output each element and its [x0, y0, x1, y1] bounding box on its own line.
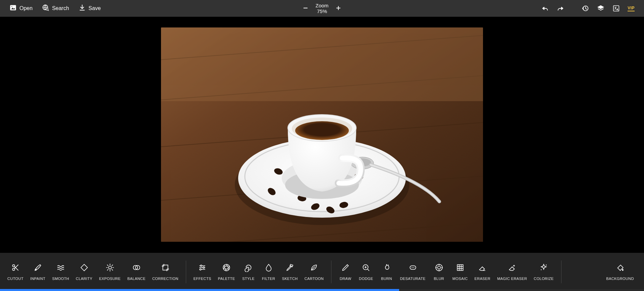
tool-blur[interactable]: BLUR	[429, 263, 449, 281]
search-button[interactable]: Search	[42, 4, 69, 13]
aperture-icon	[222, 263, 231, 273]
tool-label: DODGE	[359, 277, 373, 281]
tool-label: INPAINT	[30, 277, 45, 281]
canvas-area[interactable]	[0, 17, 644, 253]
svg-line-51	[112, 270, 112, 270]
topbar-right: VIP	[541, 4, 635, 12]
tool-label: CLARITY	[76, 277, 92, 281]
toolbar-divider	[561, 261, 561, 283]
bottom-toolbar: CUTOUTINPAINTSMOOTHCLARITYEXPOSUREBALANC…	[0, 253, 644, 291]
open-button[interactable]: Open	[9, 4, 33, 13]
tool-label: SMOOTH	[52, 277, 69, 281]
rounded-rect-icon	[409, 263, 417, 273]
tool-balance[interactable]: BALANCE	[124, 263, 149, 281]
tool-label: BACKGROUND	[606, 277, 634, 281]
svg-line-5	[48, 10, 49, 11]
topbar-left: Open Search Save	[9, 4, 101, 13]
tool-label: CORRECTION	[152, 277, 178, 281]
history-button[interactable]	[581, 4, 589, 12]
tool-desaturate[interactable]: DESATURATE	[396, 263, 429, 281]
overlap-icon	[132, 263, 141, 273]
svg-line-52	[107, 270, 108, 270]
svg-line-53	[112, 265, 112, 266]
svg-marker-44	[81, 264, 88, 271]
tool-label: COLORIZE	[534, 277, 553, 281]
translate-button[interactable]	[612, 4, 620, 12]
tool-label: BURN	[381, 277, 392, 281]
sliders-icon	[198, 263, 207, 273]
paint-bucket-icon	[616, 263, 625, 273]
tool-smooth[interactable]: SMOOTH	[49, 263, 72, 281]
tool-colorize[interactable]: COLORIZE	[530, 263, 557, 281]
tool-group-style: EFFECTSPALETTESTYLEFILTERSKETCHCARTOON	[190, 263, 327, 281]
zoom-label: Zoom	[316, 3, 328, 8]
tool-exposure[interactable]: EXPOSURE	[96, 263, 124, 281]
svg-point-90	[546, 265, 547, 266]
svg-line-41	[14, 267, 18, 271]
tool-effects[interactable]: EFFECTS	[190, 263, 215, 281]
zoom-display[interactable]: Zoom 75%	[316, 3, 328, 14]
layers-button[interactable]	[597, 4, 605, 12]
tool-mosaic[interactable]: MOSAIC	[449, 263, 471, 281]
leaf-icon	[310, 263, 318, 273]
tool-label: SKETCH	[282, 277, 298, 281]
svg-rect-84	[457, 265, 463, 270]
tool-label: CUTOUT	[7, 277, 23, 281]
tool-draw[interactable]: DRAW	[335, 263, 356, 281]
tool-dodge[interactable]: DODGE	[356, 263, 376, 281]
topbar: Open Search Save Zoom 75%	[0, 0, 644, 17]
tool-label: FILTER	[262, 277, 275, 281]
scissors-icon	[11, 263, 20, 273]
svg-point-77	[414, 267, 414, 268]
tool-label: ERASER	[475, 277, 491, 281]
download-icon	[78, 4, 86, 13]
svg-point-65	[203, 267, 204, 268]
redo-button[interactable]	[556, 4, 565, 12]
editor-image[interactable]	[161, 27, 483, 242]
flame-icon	[382, 263, 391, 273]
swirl-icon	[244, 263, 253, 273]
tool-burn[interactable]: BURN	[376, 263, 396, 281]
tool-background[interactable]: BACKGROUND	[603, 263, 637, 281]
svg-point-66	[200, 269, 201, 270]
zoom-value: 75%	[317, 8, 327, 14]
tool-style[interactable]: STYLE	[238, 263, 259, 281]
tool-palette[interactable]: PALETTE	[215, 263, 238, 281]
undo-button[interactable]	[541, 4, 549, 12]
svg-point-79	[437, 266, 440, 269]
search-label: Search	[52, 5, 69, 11]
svg-point-2	[11, 6, 12, 7]
target-icon	[435, 263, 443, 273]
tool-cutout[interactable]: CUTOUT	[4, 263, 27, 281]
svg-point-43	[35, 269, 37, 271]
tool-filter[interactable]: FILTER	[259, 263, 279, 281]
sun-icon	[106, 263, 114, 273]
tool-clarity[interactable]: CLARITY	[72, 263, 96, 281]
crop-frame-icon	[161, 263, 170, 273]
save-button[interactable]: Save	[78, 4, 101, 13]
svg-line-42	[14, 265, 18, 269]
vip-badge[interactable]: VIP	[628, 6, 635, 11]
sparkle-eraser-icon	[508, 263, 517, 273]
tool-group-background: BACKGROUND	[603, 263, 637, 281]
tool-label: EFFECTS	[194, 277, 211, 281]
tool-sketch[interactable]: SKETCH	[279, 263, 301, 281]
pencil-icon	[341, 263, 350, 273]
open-label: Open	[19, 5, 33, 11]
tool-cartoon[interactable]: CARTOON	[301, 263, 327, 281]
toolbar-divider	[331, 261, 331, 283]
tool-magic-eraser[interactable]: MAGIC ERASER	[494, 263, 530, 281]
zoom-out-button[interactable]	[303, 4, 308, 13]
svg-point-64	[201, 265, 202, 266]
tool-label: DRAW	[340, 277, 352, 281]
tool-correction[interactable]: CORRECTION	[149, 263, 182, 281]
svg-point-38	[295, 121, 349, 140]
grid-icon	[456, 263, 465, 273]
tool-label: DESATURATE	[400, 277, 425, 281]
tool-inpaint[interactable]: INPAINT	[27, 263, 49, 281]
zoom-in-button[interactable]	[336, 4, 341, 13]
tool-eraser[interactable]: ERASER	[471, 263, 494, 281]
svg-rect-56	[163, 265, 168, 270]
diamond-icon	[80, 263, 89, 273]
tool-group-paint: DRAWDODGEBURNDESATURATEBLURMOSAICERASERM…	[335, 263, 557, 281]
